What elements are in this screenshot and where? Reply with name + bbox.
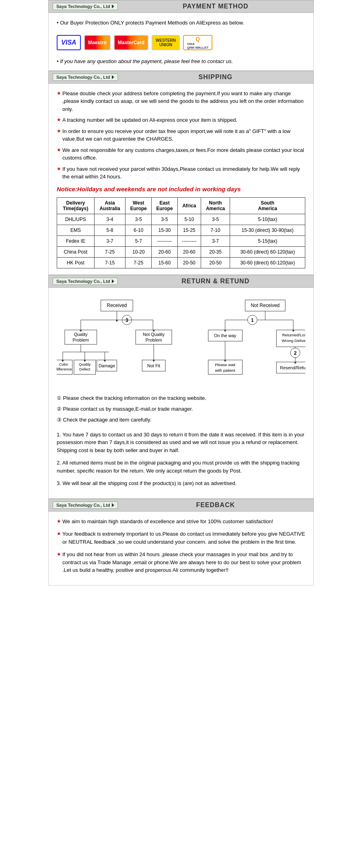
shipping-item-5: If you have not received your parcel wit… [57,165,305,181]
shipping-section: Saya Technology Co., Ltd SHIPPING Please… [48,71,314,275]
western-union-logo: WESTERNUNION [152,35,180,50]
table-cell: 15-30 (direct) 30-90(tax) [230,225,305,235]
return-rules: 1. You have 7 days to contact us and 30 … [57,431,305,487]
shipping-title: SHIPPING [122,74,309,81]
svg-text:Not Quality: Not Quality [143,332,165,337]
table-header-row: DeliveryTime(days) AsiaAustralia WestEur… [57,197,305,214]
svg-text:3: 3 [125,317,128,323]
table-cell: 3-7 [201,235,230,246]
feedback-title: FEEDBACK [122,502,309,509]
shipping-item-4: We are not responsible for any customs c… [57,146,305,162]
return-note-1: ① Please check the tracking information … [57,393,305,403]
return-note-2: ② Please contact us by massage,E-mail,or… [57,404,305,414]
brand-label: Saya Technology Co., Ltd [53,3,118,10]
brand-arrow-icon [112,4,114,8]
shipping-header: Saya Technology Co., Ltd SHIPPING [48,71,314,84]
return-note-3: ③ Check the package and item carefully. [57,415,305,424]
table-row: Fedex IE3-75-7------------------3-75-15(… [57,235,305,246]
flow-diagram-svg: Received 3 Quality Problem Not Quality P… [57,298,305,386]
table-cell: 7-10 [201,225,230,235]
svg-text:Received: Received [107,303,127,308]
table-cell: 7-25 [94,246,125,257]
return-brand-label: Saya Technology Co., Ltd [53,278,118,285]
return-content: Received 3 Quality Problem Not Quality P… [48,288,314,499]
table-cell: --------- [177,235,201,246]
return-brand-arrow-icon [112,279,114,283]
table-cell: 20-60 [152,246,178,257]
payment-content: • Our Buyer Protection ONLY protects Pay… [48,13,314,71]
table-cell: 5-10 [177,214,201,225]
table-cell: 20-60 [177,246,201,257]
shipping-content: Please double check your address before … [48,84,314,275]
return-header: Saya Technology Co., Ltd RETURN & RETUND [48,275,314,288]
feedback-item-3: If you did not hear from us within 24 ho… [57,551,305,574]
table-cell: 10-20 [125,246,152,257]
svg-text:with patient: with patient [214,368,235,372]
svg-text:Resend/Refund: Resend/Refund [280,365,305,370]
feedback-brand-label: Saya Technology Co., Ltd [53,502,118,509]
col-asia: AsiaAustralia [94,197,125,214]
feedback-header: Saya Technology Co., Ltd FEEDBACK [48,499,314,512]
return-section: Saya Technology Co., Ltd RETURN & RETUND… [48,275,314,499]
shipping-table: DeliveryTime(days) AsiaAustralia WestEur… [57,197,305,268]
svg-text:2: 2 [294,350,297,356]
table-row: DHL/UPS3-43-53-55-103-55-10(tax) [57,214,305,225]
table-cell: 7-25 [125,257,152,268]
table-cell: China Post [57,246,95,257]
table-cell: 3-4 [94,214,125,225]
feedback-item-2: Your feedback is extremely important to … [57,530,305,546]
shipping-brand-label: Saya Technology Co., Ltd [53,74,118,81]
col-south-america: SouthAmerica [230,197,305,214]
return-rule-2: 2. All returned items must be in the ori… [57,459,305,475]
table-row: HK Post7-157-2515-6020-5020-5030-60 (dir… [57,257,305,268]
table-cell: 20-35 [201,246,230,257]
svg-text:difference: difference [57,366,72,371]
return-title: RETURN & RETUND [122,278,309,285]
svg-text:Defect: Defect [79,366,90,371]
return-notes: ① Please check the tracking information … [57,393,305,425]
maestro-logo: Maestro [84,35,111,50]
svg-text:Please wait: Please wait [215,362,235,366]
table-cell: 20-50 [201,257,230,268]
feedback-brand-arrow-icon [112,503,114,507]
table-cell: 15-30 [152,225,178,235]
col-north-america: NorthAmerica [201,197,230,214]
svg-text:On the way: On the way [214,333,237,338]
shipping-notice: Notice:Hoildays and weekends are not inc… [57,186,305,192]
svg-text:Quality: Quality [74,332,88,337]
table-cell: 5-15(tax) [230,235,305,246]
table-cell: HK Post [57,257,95,268]
table-cell: 3-5 [201,214,230,225]
payment-section: Saya Technology Co., Ltd PAYMENT METHOD … [48,0,314,71]
table-cell: 7-15 [94,257,125,268]
col-west-europe: WestEurope [125,197,152,214]
shipping-item-2: A tracking number will be updated on Ali… [57,116,305,124]
svg-text:Quality: Quality [79,362,91,366]
table-cell: 30-60 (direct) 60-120(tax) [230,257,305,268]
table-cell: --------- [152,235,178,246]
table-cell: 15-25 [177,225,201,235]
qiwi-logo: Q VISAQIWI WALLET [183,35,212,50]
flow-diagram: Received 3 Quality Problem Not Quality P… [57,298,305,387]
svg-marker-53 [116,320,118,322]
feedback-content: We aim to maintain high standards of exc… [48,512,314,585]
table-cell: 20-50 [177,257,201,268]
svg-text:Color: Color [59,362,68,366]
svg-text:Wrong Delivery: Wrong Delivery [282,338,305,343]
table-cell: DHL/UPS [57,214,95,225]
svg-text:Damage: Damage [99,363,115,368]
table-cell: 30-60 (direct) 60-120(tax) [230,246,305,257]
svg-text:Returned/Lost/: Returned/Lost/ [282,333,305,337]
feedback-item-1: We aim to maintain high standards of exc… [57,518,305,526]
return-rule-1: 1. You have 7 days to contact us and 30 … [57,431,305,454]
table-cell: 15-60 [152,257,178,268]
table-cell: Fedex IE [57,235,95,246]
shipping-item-1: Please double check your address before … [57,90,305,113]
table-cell: 5-10(tax) [230,214,305,225]
table-cell: 3-7 [94,235,125,246]
svg-text:1: 1 [251,317,254,323]
payment-logos: VISA Maestro MasterCard WESTERNUNION Q V… [57,33,305,52]
svg-text:Problem: Problem [146,338,162,342]
payment-header: Saya Technology Co., Ltd PAYMENT METHOD [48,0,314,13]
svg-text:Not  Received: Not Received [251,303,280,308]
